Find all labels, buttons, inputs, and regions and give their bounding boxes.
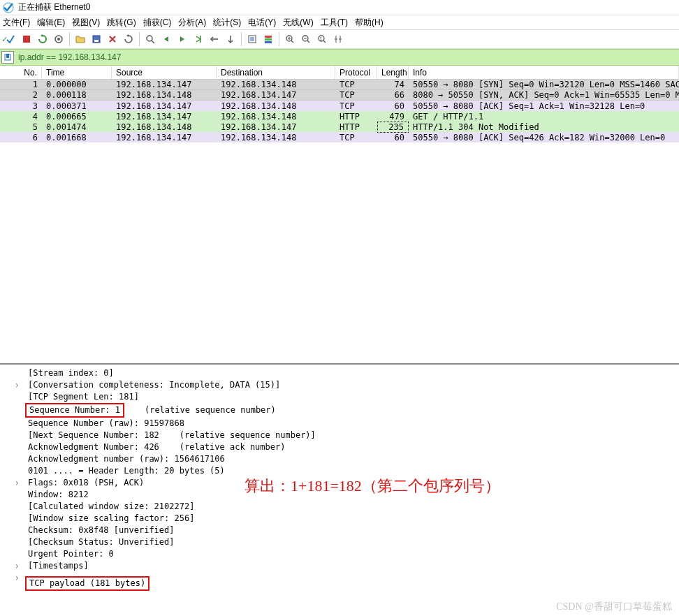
svg-line-23: [323, 41, 326, 43]
detail-calc-window[interactable]: [Calculated window size: 2102272]: [0, 501, 679, 513]
close-file-icon[interactable]: [105, 31, 120, 47]
detail-stream-index[interactable]: [Stream index: 0]: [0, 367, 679, 379]
highlight-seq-num: Sequence Number: 1: [25, 403, 124, 418]
col-header-length[interactable]: Length: [377, 66, 409, 79]
separator: [241, 32, 242, 46]
svg-point-3: [57, 38, 60, 41]
annotation-text: 算出：1+181=182（第二个包序列号）: [244, 480, 500, 492]
menu-stats[interactable]: 统计(S): [213, 17, 241, 29]
svg-text:1: 1: [319, 36, 322, 41]
auto-scroll-icon[interactable]: [244, 31, 260, 47]
svg-line-16: [291, 41, 293, 43]
colorize-icon[interactable]: [261, 31, 276, 47]
menu-view[interactable]: 视图(V): [72, 17, 100, 29]
capture-options-icon[interactable]: [51, 31, 66, 47]
separator: [279, 32, 279, 46]
detail-timestamps[interactable]: [Timestamps]: [0, 560, 679, 572]
col-header-destination[interactable]: Destination: [217, 66, 335, 79]
svg-rect-14: [265, 41, 272, 43]
separator: [139, 32, 140, 46]
detail-scaling[interactable]: [Window size scaling factor: 256]: [0, 513, 679, 525]
go-forward-icon[interactable]: [175, 31, 190, 47]
detail-checksum[interactable]: Checksum: 0x8f48 [unverified]: [0, 525, 679, 536]
detail-seq-analysis[interactable]: TCP payload (181 bytes): [0, 572, 679, 587]
svg-line-20: [307, 41, 309, 43]
col-header-protocol[interactable]: Protocol: [335, 66, 377, 79]
find-packet-icon[interactable]: [143, 31, 158, 47]
packet-row[interactable]: 60.001668192.168.134.147192.168.134.148T…: [0, 132, 679, 142]
resize-columns-icon[interactable]: [330, 31, 346, 47]
detail-sequence-number[interactable]: Sequence Number: 1 (relative sequence nu…: [0, 403, 679, 418]
menu-telephony[interactable]: 电话(Y): [248, 17, 276, 29]
watermark: CSDN @香甜可口草莓蛋糕: [556, 601, 672, 613]
detail-urgent[interactable]: Urgent Pointer: 0: [0, 548, 679, 560]
go-first-icon[interactable]: [207, 31, 222, 47]
packet-row[interactable]: 10.000000192.168.134.147192.168.134.148T…: [0, 80, 679, 90]
go-last-icon[interactable]: [223, 31, 238, 47]
packet-markers: ✓: [1, 66, 11, 365]
col-header-source[interactable]: Source: [112, 66, 217, 79]
stop-capture-icon[interactable]: [19, 31, 34, 47]
title-bar: 正在捕获 Ethernet0: [0, 0, 679, 15]
toolbar: 1: [0, 29, 679, 49]
display-filter-bar: [0, 49, 679, 66]
detail-ack-raw[interactable]: Acknowledgment number (raw): 1564617106: [0, 453, 679, 465]
menu-analyze[interactable]: 分析(A): [178, 17, 206, 29]
menu-wireless[interactable]: 无线(W): [283, 17, 313, 29]
menu-help[interactable]: 帮助(H): [355, 17, 384, 29]
save-file-icon[interactable]: [89, 31, 104, 47]
detail-checksum-status[interactable]: [Checksum Status: Unverified]: [0, 536, 679, 548]
menu-go[interactable]: 跳转(G): [107, 17, 136, 29]
packet-details-pane[interactable]: [Stream index: 0] [Conversation complete…: [0, 365, 679, 616]
menu-capture[interactable]: 捕获(C): [143, 17, 172, 29]
packet-row[interactable]: 40.000665192.168.134.147192.168.134.148H…: [0, 111, 679, 122]
detail-ack-number[interactable]: Acknowledgment Number: 426 (relative ack…: [0, 441, 679, 453]
zoom-out-icon[interactable]: [298, 31, 314, 47]
menu-bar: 文件(F) 编辑(E) 视图(V) 跳转(G) 捕获(C) 分析(A) 统计(S…: [0, 15, 679, 29]
detail-segment-len[interactable]: [TCP Segment Len: 181]: [0, 391, 679, 403]
packet-list-header[interactable]: No. Time Source Destination Protocol Len…: [0, 66, 679, 80]
packet-row[interactable]: 50.001474192.168.134.148192.168.134.147H…: [0, 122, 679, 132]
svg-rect-1: [23, 36, 30, 43]
packet-row[interactable]: 30.000371192.168.134.147192.168.134.148T…: [0, 101, 679, 111]
highlight-payload: TCP payload (181 bytes): [25, 576, 149, 591]
packet-row[interactable]: 20.000118192.168.134.148192.168.134.147T…: [0, 90, 679, 101]
packet-rows: 10.000000192.168.134.147192.168.134.148T…: [0, 80, 679, 142]
col-header-info[interactable]: Info: [409, 66, 679, 79]
svg-point-6: [147, 36, 152, 41]
open-file-icon[interactable]: [73, 31, 88, 47]
detail-conversation[interactable]: [Conversation completeness: Incomplete, …: [0, 379, 679, 391]
detail-next-seq[interactable]: [Next Sequence Number: 182 (relative seq…: [0, 430, 679, 441]
display-filter-input[interactable]: [15, 51, 678, 64]
zoom-reset-icon[interactable]: 1: [314, 31, 330, 47]
restart-capture-icon[interactable]: [35, 31, 50, 47]
svg-line-7: [152, 41, 154, 43]
separator: [69, 32, 70, 46]
packet-list-pane[interactable]: ✓ No. Time Source Destination Protocol L…: [0, 66, 679, 365]
svg-rect-5: [94, 40, 98, 42]
menu-tools[interactable]: 工具(T): [321, 17, 348, 29]
col-header-time[interactable]: Time: [42, 66, 112, 79]
zoom-in-icon[interactable]: [282, 31, 298, 47]
detail-sequence-raw[interactable]: Sequence Number (raw): 91597868: [0, 418, 679, 430]
go-back-icon[interactable]: [159, 31, 174, 47]
jump-to-icon[interactable]: [191, 31, 206, 47]
reload-icon[interactable]: [121, 31, 136, 47]
detail-header-len[interactable]: 0101 .... = Header Length: 20 bytes (5): [0, 465, 679, 477]
svg-rect-12: [265, 36, 272, 38]
menu-edit[interactable]: 编辑(E): [37, 17, 65, 29]
window-title: 正在捕获 Ethernet0: [18, 1, 90, 13]
svg-rect-13: [265, 38, 272, 41]
